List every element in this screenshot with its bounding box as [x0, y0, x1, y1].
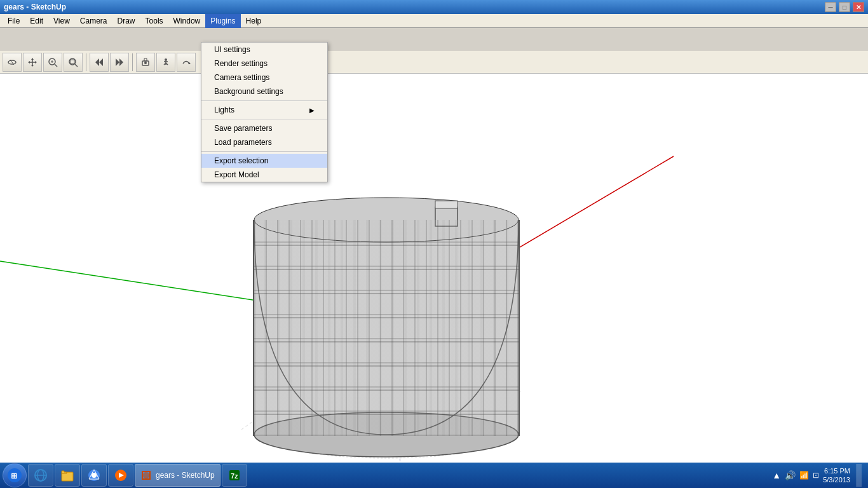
menu-file[interactable]: File — [3, 14, 25, 28]
tool-zoom[interactable] — [43, 53, 62, 72]
title-bar: gears - SketchUp ─ □ ✕ — [0, 0, 868, 14]
menu-save-parameters[interactable]: Save parameters — [201, 121, 327, 135]
menu-window[interactable]: Window — [168, 14, 206, 28]
tray-network-icon[interactable]: 🔊 — [785, 470, 796, 480]
taskbar-media[interactable] — [108, 464, 133, 487]
toolbar-sep-5 — [86, 53, 86, 71]
taskbar-chrome[interactable] — [81, 464, 107, 487]
tray-volume-icon[interactable]: 📶 — [799, 471, 809, 480]
dropdown-sep-2 — [201, 119, 327, 119]
tool-lookaround[interactable] — [177, 53, 196, 72]
svg-marker-82 — [142, 471, 151, 480]
tool-previous-view[interactable] — [90, 53, 109, 72]
show-desktop-button[interactable] — [857, 464, 862, 487]
svg-marker-53 — [116, 58, 119, 66]
start-button[interactable]: ⊞ — [3, 463, 27, 487]
dropdown-sep-3 — [201, 151, 327, 152]
svg-line-44 — [55, 64, 57, 67]
taskbar-explorer[interactable] — [55, 464, 80, 487]
toolbar-navigation — [0, 51, 868, 74]
title-bar-controls: ─ □ ✕ — [825, 2, 864, 12]
svg-marker-41 — [28, 61, 30, 64]
tray-up-arrow[interactable]: ▲ — [772, 470, 781, 480]
tool-zoom-extent[interactable] — [64, 53, 83, 72]
menu-background-settings[interactable]: Background settings — [201, 85, 327, 98]
menu-tools[interactable]: Tools — [140, 14, 168, 28]
taskbar-right: ▲ 🔊 📶 ⊡ 6:15 PM 5/3/2013 — [772, 464, 865, 487]
menu-export-selection[interactable]: Export selection — [201, 154, 327, 168]
gear-texture-overlay — [254, 220, 519, 436]
taskbar-sketchup-label: gears - SketchUp — [156, 471, 215, 480]
app-title: gears - SketchUp — [4, 3, 66, 11]
dropdown-sep-1 — [201, 100, 327, 101]
taskbar-clock: 6:15 PM 5/3/2013 — [823, 466, 850, 485]
menu-edit[interactable]: Edit — [25, 14, 48, 28]
svg-marker-42 — [35, 61, 37, 64]
lights-arrow-icon: ▶ — [309, 107, 315, 114]
menu-draw[interactable]: Draw — [112, 14, 140, 28]
menu-lights[interactable]: Lights ▶ — [201, 103, 327, 117]
tool-pan[interactable] — [23, 53, 42, 72]
toolbar-sep-6 — [132, 53, 133, 71]
svg-marker-39 — [31, 58, 34, 60]
svg-point-57 — [165, 58, 167, 61]
tool-walk[interactable] — [156, 53, 175, 72]
lights-label: Lights — [214, 105, 234, 114]
tool-next-view[interactable] — [110, 53, 129, 72]
menu-camera-settings[interactable]: Camera settings — [201, 71, 327, 85]
svg-marker-51 — [99, 58, 103, 66]
menu-load-parameters[interactable]: Load parameters — [201, 135, 327, 149]
taskbar-7zip[interactable]: 7z — [222, 464, 247, 487]
svg-point-55 — [144, 62, 147, 64]
maximize-button[interactable]: □ — [839, 2, 850, 12]
menu-bar: File Edit View Camera Draw Tools Window … — [0, 14, 868, 28]
menu-camera[interactable]: Camera — [75, 14, 112, 28]
svg-marker-52 — [119, 58, 123, 66]
svg-text:⊞: ⊞ — [11, 471, 17, 480]
gear-top-knob-top — [435, 201, 458, 208]
close-button[interactable]: ✕ — [853, 2, 864, 12]
taskbar-date: 5/3/2013 — [823, 475, 850, 484]
menu-help[interactable]: Help — [241, 14, 267, 28]
taskbar-ie[interactable] — [28, 464, 53, 487]
menu-ui-settings[interactable]: UI settings — [201, 43, 327, 57]
menu-render-settings[interactable]: Render settings — [201, 57, 327, 71]
gear-right-edge — [519, 220, 520, 436]
minimize-button[interactable]: ─ — [825, 2, 836, 12]
taskbar-time: 6:15 PM — [823, 466, 850, 475]
svg-marker-40 — [31, 65, 34, 67]
tray-battery-icon[interactable]: ⊡ — [813, 471, 819, 480]
tool-orbit[interactable] — [3, 53, 22, 72]
menu-view[interactable]: View — [48, 14, 75, 28]
taskbar-sketchup[interactable]: gears - SketchUp — [135, 464, 220, 487]
menu-export-model[interactable]: Export Model — [201, 168, 327, 182]
taskbar: ⊞ gears - SketchUp 7z ▲ 🔊 📶 ⊡ 6:15 PM 5/… — [0, 463, 868, 488]
tool-position-camera[interactable] — [136, 53, 155, 72]
svg-line-48 — [75, 64, 78, 67]
svg-marker-50 — [95, 58, 99, 66]
svg-text:7z: 7z — [231, 472, 238, 480]
canvas-area[interactable] — [0, 74, 868, 463]
menu-plugins[interactable]: Plugins — [205, 14, 240, 28]
plugins-dropdown-menu: UI settings Render settings Camera setti… — [201, 42, 328, 182]
svg-rect-49 — [71, 60, 74, 64]
